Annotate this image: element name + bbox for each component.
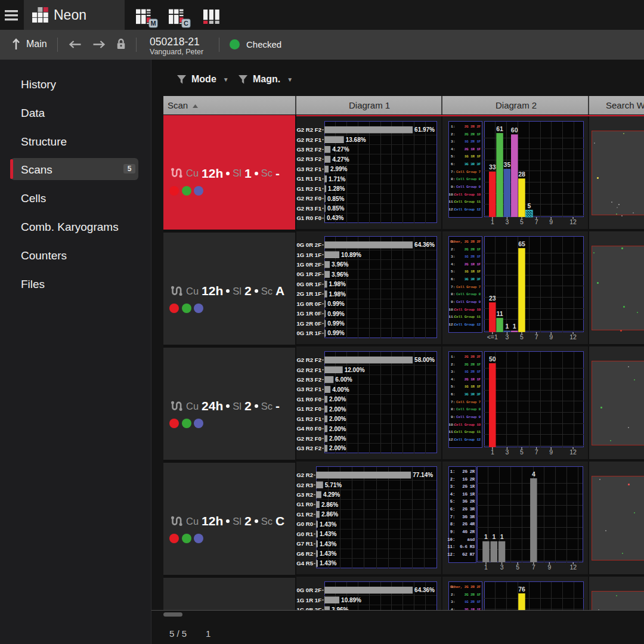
svg-text:65: 65 [518, 240, 525, 247]
svg-text:G4 R5: G4 R5 [296, 560, 313, 566]
svg-text:Cell Group 12: Cell Group 12 [454, 437, 481, 441]
svg-text:61: 61 [496, 125, 503, 132]
svg-text:G1 R0 F0: G1 R0 F0 [296, 215, 321, 221]
svg-text:23: 23 [489, 294, 496, 301]
svg-text:9:: 9: [451, 299, 455, 304]
svg-text:1G 2R 1F: 1G 2R 1F [465, 140, 481, 144]
svg-text:4G 2R: 4G 2R [462, 529, 475, 534]
svg-text:Cell Group 9: Cell Group 9 [456, 299, 481, 304]
svg-text:1.28%: 1.28% [328, 185, 345, 192]
svg-text:2G 2R 1F: 2G 2R 1F [465, 362, 481, 366]
svg-text:9: 9 [549, 448, 553, 455]
svg-text:11: 11 [497, 309, 503, 317]
svg-text:1.43%: 1.43% [320, 531, 336, 537]
svg-text:Cell Group 7: Cell Group 7 [456, 400, 481, 404]
svg-text:2.00%: 2.00% [329, 425, 346, 432]
svg-text:1: 1 [484, 533, 488, 540]
svg-text:0.85%: 0.85% [327, 195, 344, 202]
svg-text:2G 2R 2F: 2G 2R 2F [465, 124, 481, 128]
svg-text:6:: 6: [451, 162, 455, 166]
svg-text:2:: 2: [451, 592, 455, 596]
svg-text:2G 3R: 2G 3R [462, 507, 475, 512]
svg-text:1G 0R 0F: 1G 0R 0F [296, 300, 321, 306]
svg-text:4:: 4: [450, 491, 456, 496]
svg-text:0G 0R 2F: 0G 0R 2F [296, 242, 321, 248]
svg-text:Cell Group 12: Cell Group 12 [454, 322, 481, 326]
svg-text:2:: 2: [450, 476, 456, 481]
svg-text:1G 1R: 1G 1R [462, 491, 475, 496]
svg-text:G1 R2: G1 R2 [296, 510, 313, 517]
svg-text:1G 2R 0F: 1G 2R 0F [296, 320, 321, 326]
svg-text:1G 1R 1F: 1G 1R 1F [296, 596, 321, 603]
svg-text:G1 R2 F0: G1 R2 F0 [296, 405, 321, 412]
svg-text:6.00%: 6.00% [335, 376, 352, 383]
svg-text:2G 1R 1F: 2G 1R 1F [465, 262, 481, 266]
svg-text:G2 R2 F2: G2 R2 F2 [296, 126, 321, 133]
svg-text:6:: 6: [451, 277, 455, 281]
svg-text:3G 2R: 3G 2R [462, 499, 475, 504]
svg-text:2.00%: 2.00% [329, 435, 346, 442]
svg-text:1G 2R 1F: 1G 2R 1F [465, 370, 481, 374]
svg-text:9:: 9: [451, 184, 455, 188]
svg-text:Cell Group 10: Cell Group 10 [454, 422, 481, 426]
svg-text:G3 R2 F2: G3 R2 F2 [296, 445, 321, 451]
svg-text:Cell Group 11: Cell Group 11 [454, 430, 481, 434]
svg-text:0G 1R 2F: 0G 1R 2F [296, 271, 321, 277]
svg-text:1.98%: 1.98% [329, 290, 346, 297]
svg-text:1G 1R 1F: 1G 1R 1F [465, 385, 481, 389]
svg-text:7:: 7: [451, 284, 455, 289]
svg-text:G2 R3: G2 R3 [296, 481, 313, 488]
svg-text:Other, 2G 2R 2F: Other, 2G 2R 2F [450, 239, 481, 243]
svg-text:5: 5 [527, 202, 531, 209]
svg-text:0G 0R 2F: 0G 0R 2F [296, 587, 321, 593]
svg-text:61.97%: 61.97% [414, 126, 435, 133]
svg-text:2G 1R 1F: 2G 1R 1F [296, 290, 321, 297]
svg-text:4:: 4: [451, 377, 455, 381]
svg-text:50: 50 [489, 355, 496, 362]
svg-text:1: 1 [513, 323, 516, 330]
svg-text:3:: 3: [451, 370, 455, 374]
svg-text:Other, 2G 2R 2F: Other, 2G 2R 2F [450, 584, 481, 589]
svg-text:6:: 6: [451, 392, 455, 397]
svg-text:2G 2R 1F: 2G 2R 1F [465, 247, 481, 251]
svg-text:G4 R0 F0: G4 R0 F0 [296, 425, 321, 432]
svg-text:12.00%: 12.00% [345, 366, 365, 373]
svg-text:G2 R2: G2 R2 [296, 472, 313, 478]
svg-text:Cell Group 7: Cell Group 7 [456, 169, 481, 174]
svg-text:0G 1R 1F: 0G 1R 1F [296, 330, 321, 336]
svg-text:8:: 8: [451, 177, 455, 181]
svg-text:Cell Group 11: Cell Group 11 [454, 200, 481, 204]
svg-text:G2 R2 F2: G2 R2 F2 [296, 357, 321, 363]
svg-text:Cell Group 7: Cell Group 7 [456, 284, 481, 289]
svg-text:2G 2R 1F: 2G 2R 1F [465, 592, 481, 596]
svg-text:0.43%: 0.43% [327, 215, 343, 221]
svg-text:12:: 12: [447, 552, 455, 556]
svg-text:1G 0R 2F: 1G 0R 2F [296, 261, 321, 267]
svg-text:5: 5 [520, 448, 524, 455]
svg-text:1: 1 [491, 448, 494, 455]
svg-text:0.99%: 0.99% [327, 310, 344, 317]
svg-text:G7 R1: G7 R1 [296, 540, 313, 547]
svg-text:9: 9 [547, 563, 551, 570]
svg-text:1.43%: 1.43% [320, 560, 336, 566]
svg-text:1:: 1: [451, 124, 455, 128]
svg-text:Cell Group 12: Cell Group 12 [454, 207, 481, 211]
svg-text:7: 7 [535, 448, 538, 455]
svg-text:7:: 7: [451, 169, 455, 174]
svg-text:1: 1 [500, 533, 504, 540]
svg-text:<=1: <=1 [487, 333, 498, 340]
svg-text:1G 1R 1F: 1G 1R 1F [465, 154, 481, 159]
svg-text:8:: 8: [450, 522, 456, 527]
svg-text:2G 2R 1F: 2G 2R 1F [465, 132, 481, 136]
svg-text:2.86%: 2.86% [321, 501, 338, 507]
svg-text:3:: 3: [451, 140, 455, 144]
svg-text:G2 R7: G2 R7 [462, 552, 475, 556]
svg-text:12: 12 [569, 563, 577, 570]
svg-text:2.99%: 2.99% [330, 166, 347, 172]
svg-text:G2 R2 F0: G2 R2 F0 [296, 195, 321, 202]
svg-text:3G 3R 3F: 3G 3R 3F [465, 277, 481, 281]
svg-text:60: 60 [511, 126, 518, 133]
svg-text:8:: 8: [451, 292, 455, 296]
svg-text:2G 2R 2F: 2G 2R 2F [465, 354, 481, 358]
svg-text:5: 5 [520, 218, 524, 225]
